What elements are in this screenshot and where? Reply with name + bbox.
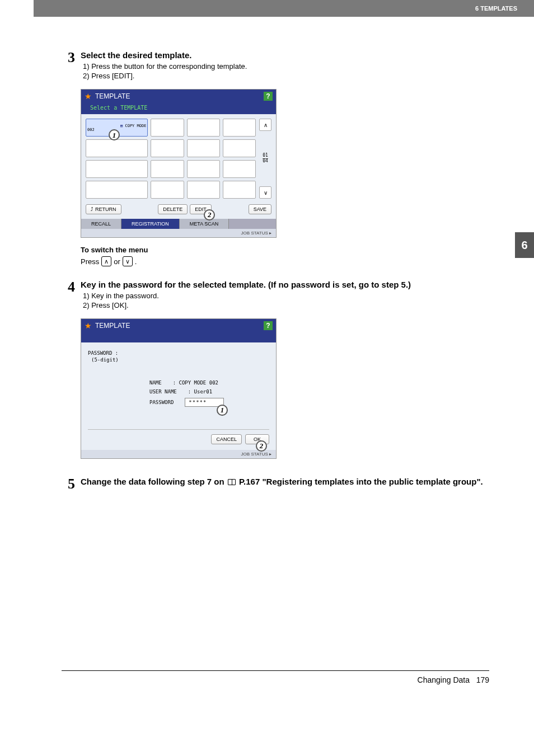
step-3: 3 Select the desired template. 1) Press … [62, 50, 489, 83]
scroll-up-button[interactable]: ∧ [259, 119, 271, 131]
template-cell[interactable] [187, 119, 220, 137]
username-value: : User01 [177, 389, 212, 395]
help-icon[interactable]: ? [264, 92, 273, 101]
template-cell[interactable] [151, 119, 184, 137]
step-title: Select the desired template. [81, 50, 489, 60]
screen-title: TEMPLATE [95, 322, 130, 330]
save-button[interactable]: SAVE [249, 204, 271, 214]
star-icon: ★ [85, 92, 92, 101]
substep: 1) Key in the password. [83, 292, 489, 300]
template-cell[interactable] [187, 139, 220, 157]
template-cell[interactable] [223, 181, 256, 199]
delete-button[interactable]: DELETE [158, 204, 188, 214]
template-cell[interactable] [187, 160, 220, 178]
step-number: 3 [62, 50, 75, 83]
template-cell[interactable] [86, 139, 148, 157]
ok-button[interactable]: OK 2 [245, 434, 269, 444]
page-indicator: 01 04 [263, 133, 268, 184]
template-cell[interactable] [151, 181, 184, 199]
section-label: 6 TEMPLATES [475, 5, 517, 12]
password-hint: (5-digit) [88, 357, 269, 364]
cancel-button[interactable]: CANCEL [211, 434, 242, 444]
template-cell[interactable] [223, 160, 256, 178]
template-cell[interactable]: ▤ COPY MODE 002 1 [86, 119, 148, 137]
step-number: 4 [62, 280, 75, 313]
template-cell[interactable] [223, 139, 256, 157]
return-button[interactable]: ⤴RETURN [86, 204, 121, 214]
book-icon [228, 479, 236, 485]
step-title: Change the data following step 7 on P.16… [81, 477, 489, 486]
password-field-label: PASSWORD [88, 400, 174, 405]
page-footer: Changing Data 179 [62, 670, 489, 684]
step-title: Key in the password for the selected tem… [81, 280, 489, 289]
edit-button[interactable]: EDIT 2 [190, 204, 212, 214]
tab-meta-scan[interactable]: META SCAN [180, 219, 229, 229]
template-cell[interactable] [151, 160, 184, 178]
star-icon: ★ [85, 321, 92, 330]
template-cell[interactable] [187, 181, 220, 199]
note-text: Press ∧ or ∨ . [81, 256, 489, 266]
template-cell[interactable] [223, 119, 256, 137]
substep: 2) Press [EDIT]. [83, 72, 489, 80]
username-label: USER NAME [88, 389, 177, 395]
name-value: : COPY MODE 002 [162, 380, 218, 386]
template-cell[interactable] [86, 181, 148, 199]
substep: 2) Press [OK]. [83, 301, 489, 309]
template-select-screen: ★ TEMPLATE ? Select a TEMPLATE ▤ COPY MO… [81, 89, 277, 238]
template-cell[interactable] [86, 160, 148, 178]
up-key-icon: ∧ [101, 256, 111, 266]
step-5: 5 Change the data following step 7 on P.… [62, 477, 489, 491]
running-header: 6 TEMPLATES [34, 0, 534, 17]
substep: 1) Press the button for the correspondin… [83, 62, 489, 71]
screen-title: TEMPLATE [95, 92, 130, 100]
callout-1: 1 [109, 129, 120, 140]
tab-recall[interactable]: RECALL [81, 219, 121, 229]
step-number: 5 [62, 477, 75, 491]
job-status[interactable]: JOB STATUS ▸ [81, 229, 276, 237]
template-grid: ▤ COPY MODE 002 1 [86, 119, 256, 199]
name-label: NAME [88, 380, 162, 386]
tab-registration[interactable]: REGISTRATION [121, 219, 180, 229]
password-screen: ★ TEMPLATE ? PASSWORD : (5-digit) NAME :… [81, 318, 277, 459]
note-heading: To switch the menu [81, 246, 489, 254]
scroll-down-button[interactable]: ∨ [259, 186, 271, 199]
chapter-tab: 6 [515, 232, 534, 258]
callout-1: 1 [217, 405, 228, 416]
template-cell[interactable] [151, 139, 184, 157]
job-status[interactable]: JOB STATUS ▸ [81, 450, 276, 458]
password-label: PASSWORD : [88, 350, 269, 357]
step-4: 4 Key in the password for the selected t… [62, 280, 489, 313]
help-icon[interactable]: ? [264, 321, 273, 330]
screen-subtitle: Select a TEMPLATE [81, 103, 276, 114]
down-key-icon: ∨ [123, 256, 133, 266]
